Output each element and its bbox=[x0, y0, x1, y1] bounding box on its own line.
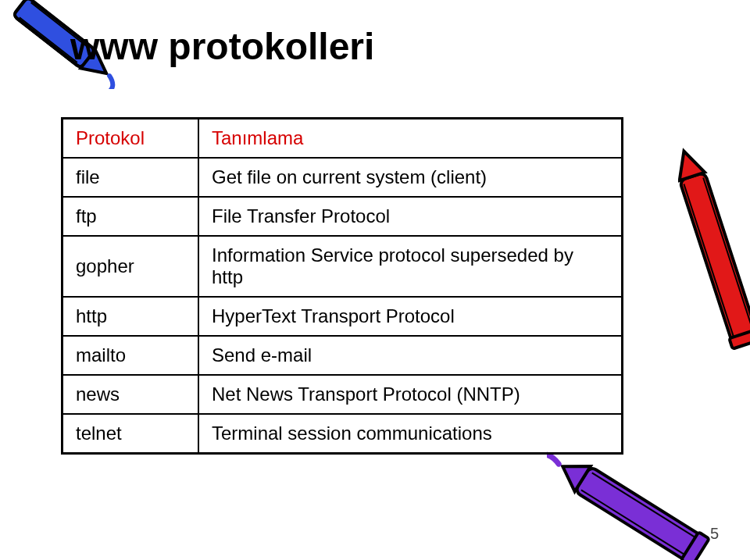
protocol-table: Protokol Tanımlama file Get file on curr… bbox=[61, 117, 623, 455]
cell-proto: mailto bbox=[62, 336, 199, 375]
cell-proto: telnet bbox=[62, 414, 199, 454]
cell-proto: gopher bbox=[62, 236, 199, 297]
table-row: telnet Terminal session communications bbox=[62, 414, 623, 454]
cell-desc: Get file on current system (client) bbox=[198, 158, 623, 197]
header-tanimlama: Tanımlama bbox=[198, 119, 623, 159]
cell-desc: HyperText Transport Protocol bbox=[198, 297, 623, 336]
cell-desc: File Transfer Protocol bbox=[198, 197, 623, 236]
crayon-red-icon bbox=[678, 141, 750, 391]
table-row: mailto Send e-mail bbox=[62, 336, 623, 375]
table-header-row: Protokol Tanımlama bbox=[62, 119, 623, 159]
cell-desc: Send e-mail bbox=[198, 336, 623, 375]
cell-desc: Information Service protocol superseded … bbox=[198, 236, 623, 297]
cell-desc: Terminal session communications bbox=[198, 414, 623, 454]
table-row: file Get file on current system (client) bbox=[62, 158, 623, 197]
slide: www protokolleri Protokol Tanımlama file… bbox=[0, 0, 750, 560]
cell-proto: ftp bbox=[62, 197, 199, 236]
table-row: gopher Information Service protocol supe… bbox=[62, 236, 623, 297]
page-number: 5 bbox=[710, 525, 719, 543]
cell-proto: http bbox=[62, 297, 199, 336]
crayon-purple-icon bbox=[547, 451, 750, 560]
cell-proto: file bbox=[62, 158, 199, 197]
svg-rect-6 bbox=[575, 466, 703, 560]
table-row: ftp File Transfer Protocol bbox=[62, 197, 623, 236]
cell-proto: news bbox=[62, 375, 199, 414]
table-row: http HyperText Transport Protocol bbox=[62, 297, 623, 336]
table-row: news Net News Transport Protocol (NNTP) bbox=[62, 375, 623, 414]
page-title: www protokolleri bbox=[70, 25, 374, 68]
svg-rect-3 bbox=[680, 173, 750, 344]
header-protokol: Protokol bbox=[62, 119, 199, 159]
cell-desc: Net News Transport Protocol (NNTP) bbox=[198, 375, 623, 414]
